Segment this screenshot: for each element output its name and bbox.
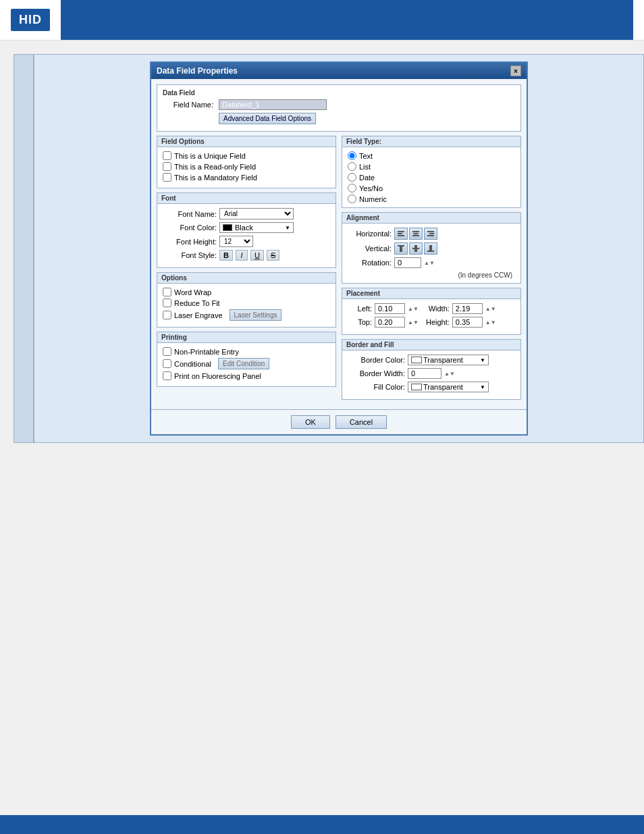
radio-text-input[interactable] <box>348 151 356 160</box>
field-type-label: Field Type: <box>342 136 520 147</box>
word-wrap-row: Word Wrap <box>163 288 330 296</box>
radio-date: Date <box>348 173 515 182</box>
ok-button[interactable]: OK <box>291 415 330 429</box>
radio-date-input[interactable] <box>348 173 356 182</box>
italic-button[interactable]: I <box>236 250 248 261</box>
placement-height-input[interactable] <box>452 317 483 328</box>
placement-left-label: Left: <box>348 305 372 313</box>
edit-condition-button[interactable]: Edit Condition <box>218 358 269 369</box>
border-width-spinner[interactable]: ▲▼ <box>444 371 455 377</box>
conditional-checkbox[interactable] <box>163 359 171 368</box>
svg-rect-8 <box>427 235 434 236</box>
fill-color-swatch <box>411 384 422 390</box>
laser-settings-button[interactable]: Laser Settings <box>230 309 282 321</box>
valign-middle-button[interactable] <box>409 242 423 255</box>
unique-field-checkbox[interactable] <box>163 151 171 160</box>
rotation-input[interactable] <box>394 257 421 268</box>
reduce-fit-checkbox[interactable] <box>163 298 171 307</box>
horizontal-btn-group <box>394 228 437 240</box>
rotation-hint: (In degrees CCW) <box>458 271 512 279</box>
radio-yesno-input[interactable] <box>348 184 356 192</box>
header-banner <box>61 0 633 40</box>
non-printable-row: Non-Printable Entry <box>163 347 330 356</box>
placement-width-input[interactable] <box>452 303 483 314</box>
laser-engrave-label: Laser Engrave <box>174 311 223 319</box>
options-section: Options Word Wrap Reduce To Fit <box>157 272 336 328</box>
fluorescing-label: Print on Fluorescing Panel <box>174 372 261 380</box>
border-color-row: Border Color: Transparent ▼ <box>348 355 515 365</box>
valign-top-button[interactable] <box>394 242 408 255</box>
unique-field-row: This is a Unique Field <box>163 151 330 160</box>
font-color-select[interactable]: Black ▼ <box>219 222 294 233</box>
font-height-select[interactable]: 12 <box>219 236 253 247</box>
strikethrough-button[interactable]: S <box>267 250 279 261</box>
rotation-label: Rotation: <box>348 259 392 267</box>
width-spinner[interactable]: ▲▼ <box>485 306 496 312</box>
bold-button[interactable]: B <box>219 250 233 261</box>
radio-yesno: Yes/No <box>348 184 515 192</box>
radio-numeric-label: Numeric <box>359 195 387 203</box>
options-section-label: Options <box>157 273 336 284</box>
mandatory-field-row: This is a Mandatory Field <box>163 173 330 182</box>
rotation-up-arrow[interactable]: ▲▼ <box>424 260 435 266</box>
align-center-button[interactable] <box>409 228 423 240</box>
reduce-fit-row: Reduce To Fit <box>163 298 330 307</box>
fill-color-arrow: ▼ <box>480 384 485 390</box>
svg-rect-13 <box>427 251 434 252</box>
left-spinner[interactable]: ▲▼ <box>408 306 419 312</box>
unique-field-label: This is a Unique Field <box>174 152 246 160</box>
field-name-row: Field Name: <box>163 99 515 110</box>
svg-rect-6 <box>427 231 434 232</box>
data-field-header: Data Field <box>163 89 515 97</box>
placement-left-input[interactable] <box>375 303 405 314</box>
field-name-label: Field Name: <box>163 101 213 109</box>
placement-height-label: Height: <box>425 318 450 326</box>
placement-section-content: Left: ▲▼ Width: ▲▼ Top: <box>342 299 520 334</box>
mandatory-field-checkbox[interactable] <box>163 173 171 182</box>
font-name-row: Font Name: Arial <box>163 208 330 219</box>
horizontal-align-row: Horizontal: <box>348 228 515 240</box>
field-type-section: Field Type: Text List <box>342 136 521 208</box>
word-wrap-checkbox[interactable] <box>163 288 171 296</box>
font-color-dropdown-arrow: ▼ <box>285 225 290 231</box>
svg-rect-10 <box>400 246 402 252</box>
dialog-close-button[interactable]: × <box>510 66 521 76</box>
font-name-label: Font Name: <box>163 210 217 218</box>
placement-width-label: Width: <box>425 305 450 313</box>
readonly-field-checkbox[interactable] <box>163 162 171 171</box>
radio-list-input[interactable] <box>348 162 356 171</box>
font-color-swatch <box>223 224 232 231</box>
align-right-button[interactable] <box>424 228 437 240</box>
field-options-label: Field Options <box>157 136 336 147</box>
fluorescing-checkbox[interactable] <box>163 371 171 380</box>
alignment-section-content: Horizontal: <box>342 224 520 283</box>
border-fill-section: Border and Fill Border Color: Transparen… <box>342 339 521 400</box>
align-left-button[interactable] <box>394 228 408 240</box>
placement-section-label: Placement <box>342 288 520 299</box>
svg-rect-5 <box>412 235 419 236</box>
top-spinner[interactable]: ▲▼ <box>408 319 419 325</box>
font-name-select[interactable]: Arial <box>219 208 294 219</box>
underline-button[interactable]: U <box>250 250 264 261</box>
advanced-data-field-button[interactable]: Advanced Data Field Options <box>219 113 316 124</box>
non-printable-checkbox[interactable] <box>163 347 171 356</box>
valign-bottom-button[interactable] <box>424 242 437 255</box>
height-spinner[interactable]: ▲▼ <box>485 319 496 325</box>
radio-numeric-input[interactable] <box>348 194 356 203</box>
border-color-select[interactable]: Transparent ▼ <box>408 355 489 365</box>
svg-rect-14 <box>429 245 432 251</box>
radio-numeric: Numeric <box>348 194 515 203</box>
field-name-input[interactable] <box>219 99 327 110</box>
laser-engrave-checkbox[interactable] <box>163 311 171 319</box>
fill-color-select[interactable]: Transparent ▼ <box>408 382 489 392</box>
svg-rect-3 <box>412 231 419 232</box>
border-color-value: Transparent <box>423 356 463 364</box>
left-width-row: Left: ▲▼ Width: ▲▼ <box>348 303 515 314</box>
conditional-label: Conditional <box>174 360 211 368</box>
readonly-field-row: This is a Read-only Field <box>163 162 330 171</box>
border-width-input[interactable] <box>408 368 441 379</box>
placement-top-input[interactable] <box>375 317 405 328</box>
laser-engrave-row: Laser Engrave Laser Settings <box>163 309 330 321</box>
cancel-button[interactable]: Cancel <box>336 415 387 429</box>
header: HID <box>0 0 644 41</box>
